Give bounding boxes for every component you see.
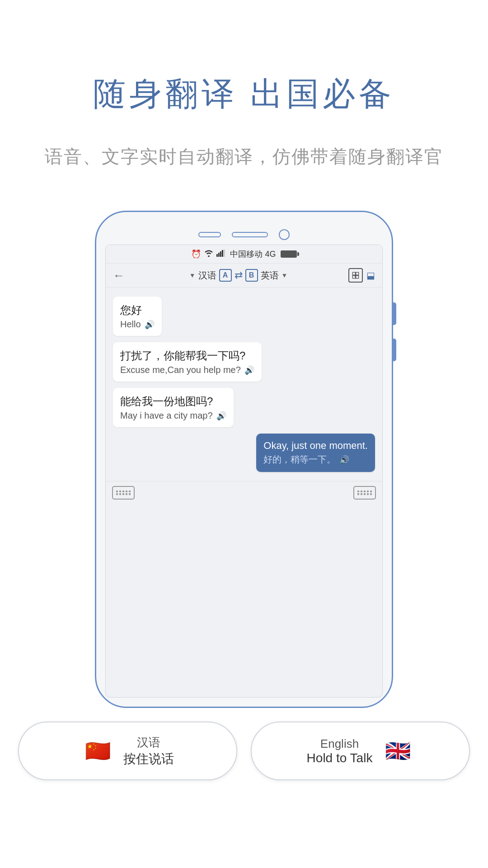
language-selector: ▼ 汉语 A ⇄ B 英语 ▼ (132, 269, 345, 282)
svg-rect-2 (220, 251, 221, 257)
alarm-icon: ⏰ (191, 249, 201, 259)
back-button[interactable]: ← (113, 269, 125, 283)
svg-rect-5 (352, 272, 355, 275)
chinese-flag: 🇨🇳 (82, 735, 114, 767)
english-talk-button[interactable]: English Hold to Talk 🇬🇧 (251, 722, 470, 780)
main-title: 随身翻译 出国必备 (93, 72, 395, 116)
chat-area: 您好 Hello 🔊 打扰了，你能帮我一下吗? Excuse me,Can yo… (106, 288, 382, 481)
chinese-lang-label: 汉语 (137, 735, 160, 750)
msg4-translation: 好的，稍等一下。 🔊 (263, 453, 368, 466)
english-lang-label: English (320, 737, 359, 751)
english-action-label: Hold to Talk (307, 751, 373, 765)
lang-to-arrow[interactable]: ▼ (282, 272, 288, 279)
chinese-btn-text: 汉语 按住说话 (123, 735, 174, 768)
lang-b-button[interactable]: B (245, 269, 258, 282)
phone-speaker (232, 232, 268, 237)
chinese-talk-button[interactable]: 🇨🇳 汉语 按住说话 (18, 722, 237, 780)
lang-from-arrow[interactable]: ▼ (189, 272, 196, 279)
nav-icons: ⬓ (348, 268, 375, 283)
msg2-translation: Excuse me,Can you help me? 🔊 (120, 365, 254, 375)
keyboard-right-icon[interactable] (353, 486, 376, 500)
chinese-action-label: 按住说话 (123, 750, 174, 768)
bluetooth-icon[interactable]: ⬓ (366, 270, 375, 281)
phone-top-bar (105, 221, 383, 245)
top-section: 随身翻译 出国必备 语音、文字实时自动翻译，仿佛带着随身翻译官 (0, 0, 488, 170)
lang-from-label[interactable]: 汉语 (198, 269, 216, 282)
subtitle: 语音、文字实时自动翻译，仿佛带着随身翻译官 (18, 143, 470, 170)
svg-rect-6 (356, 272, 359, 275)
phone-bottom-bar (106, 481, 382, 504)
english-btn-text: English Hold to Talk (307, 737, 373, 765)
keyboard-left-icon[interactable] (112, 486, 135, 500)
phone-outer: ⏰ 中国移动 4G ← ▼ 汉语 (95, 211, 393, 708)
msg1-translation: Hello 🔊 (120, 319, 155, 330)
phone-home-btn (198, 232, 221, 237)
msg2-original: 打扰了，你能帮我一下吗? (120, 349, 254, 363)
phone-screen: ⏰ 中国移动 4G ← ▼ 汉语 (105, 245, 383, 698)
message-4: Okay, just one moment. 好的，稍等一下。 🔊 (256, 434, 375, 472)
wifi-icon (204, 250, 214, 259)
phone-side-btn-volume-up (392, 302, 396, 325)
app-nav: ← ▼ 汉语 A ⇄ B 英语 ▼ (106, 264, 382, 288)
lang-a-button[interactable]: A (219, 269, 232, 282)
signal-icon (216, 250, 225, 259)
msg1-original: 您好 (120, 303, 155, 317)
svg-rect-8 (356, 276, 359, 278)
keyboard-dots-left (116, 491, 131, 495)
msg3-sound-icon[interactable]: 🔊 (216, 411, 226, 421)
message-1: 您好 Hello 🔊 (113, 297, 162, 336)
msg3-original: 能给我一份地图吗? (120, 394, 226, 409)
lang-to-label[interactable]: 英语 (261, 269, 279, 282)
swap-languages-button[interactable]: ⇄ (235, 269, 243, 281)
svg-rect-7 (352, 276, 355, 278)
msg1-sound-icon[interactable]: 🔊 (145, 320, 155, 330)
msg2-sound-icon[interactable]: 🔊 (244, 365, 254, 375)
message-2: 打扰了，你能帮我一下吗? Excuse me,Can you help me? … (113, 342, 262, 382)
phone-front-cam (279, 229, 290, 240)
status-icons: ⏰ 中国移动 4G (191, 249, 296, 259)
status-bar: ⏰ 中国移动 4G (106, 245, 382, 264)
svg-rect-4 (224, 250, 225, 257)
phone-mockup: ⏰ 中国移动 4G ← ▼ 汉语 (95, 211, 393, 708)
msg4-sound-icon[interactable]: 🔊 (339, 455, 349, 465)
msg3-translation: May i have a city map? 🔊 (120, 410, 226, 421)
bottom-talk-buttons: 🇨🇳 汉语 按住说话 English Hold to Talk 🇬🇧 (0, 708, 488, 803)
svg-rect-1 (218, 253, 220, 257)
message-3: 能给我一份地图吗? May i have a city map? 🔊 (113, 388, 234, 427)
keyboard-dots-right (357, 491, 372, 495)
phone-side-btn-volume-down (392, 339, 396, 361)
battery-icon (281, 250, 297, 258)
carrier-text: 中国移动 4G (230, 249, 276, 259)
svg-rect-3 (222, 250, 223, 257)
msg4-original: Okay, just one moment. (263, 440, 368, 452)
svg-rect-0 (216, 254, 218, 257)
settings-icon[interactable] (348, 268, 363, 283)
english-flag: 🇬🇧 (381, 735, 414, 767)
